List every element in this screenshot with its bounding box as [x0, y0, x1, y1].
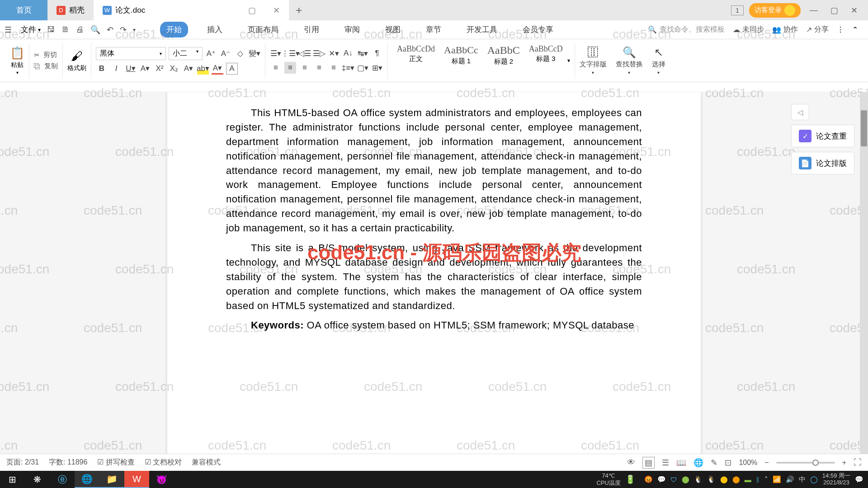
strikethrough-button[interactable]: A▾	[139, 63, 151, 75]
spell-check[interactable]: ☑ 拼写检查	[97, 458, 134, 467]
web-view-icon[interactable]: 🌐	[693, 458, 703, 468]
borders-button[interactable]: ⊞▾	[371, 62, 383, 74]
subscript-button[interactable]: X₂	[168, 63, 180, 75]
menu-tab-review[interactable]: 审阅	[338, 22, 366, 38]
menu-tab-dev[interactable]: 开发工具	[460, 22, 504, 38]
show-marks-button[interactable]: ¶	[371, 47, 383, 59]
char-border-button[interactable]: A	[226, 63, 238, 75]
style-h3[interactable]: AaBbCcD标题 3	[524, 42, 567, 79]
fit-width-icon[interactable]: ⊡	[725, 458, 731, 468]
align-center-button[interactable]: ≡	[284, 62, 296, 74]
coop-button[interactable]: 👥协作	[772, 25, 798, 34]
login-button[interactable]: 访客登录	[749, 3, 801, 18]
doc-proof[interactable]: ☑ 文档校对	[145, 458, 182, 467]
italic-button[interactable]: I	[110, 63, 122, 75]
cut-button[interactable]: ✂剪切	[34, 51, 58, 59]
zoom-level[interactable]: 100%	[739, 459, 757, 467]
align-right-button[interactable]: ≡	[299, 62, 311, 74]
menu-tab-start[interactable]: 开始	[160, 22, 188, 38]
new-icon[interactable]: 🗎	[61, 25, 70, 34]
numbering-button[interactable]: ⋮☰▾	[284, 47, 296, 59]
tab-doke[interactable]: D 稻壳	[47, 0, 94, 20]
zoom-in-button[interactable]: +	[842, 459, 846, 467]
decrease-indent-button[interactable]: ◁☰	[299, 47, 311, 59]
taskbar-wps[interactable]: W	[124, 471, 149, 488]
redo-icon[interactable]: ↷	[120, 25, 127, 35]
vertical-scrollbar[interactable]	[860, 92, 868, 462]
volume-icon[interactable]: 🔊	[786, 475, 794, 483]
more-icon[interactable]: ⋮	[837, 25, 844, 34]
start-button[interactable]: ⊞	[0, 471, 25, 488]
page-indicator[interactable]: 页面: 2/31	[6, 458, 39, 467]
tray-icon-4[interactable]: ⬤	[682, 475, 689, 483]
hamburger-icon[interactable]: ☰	[5, 25, 12, 35]
styles-more-icon[interactable]: ▾	[567, 57, 570, 64]
new-tab-button[interactable]: +	[289, 4, 309, 17]
tabs-button[interactable]: ↹▾	[357, 47, 368, 59]
close-button[interactable]: ✕	[847, 4, 861, 17]
paste-button[interactable]: 📋 粘贴▾	[10, 46, 24, 75]
tab-document[interactable]: W 论文.doc ▢ ✕	[94, 0, 289, 20]
paper-layout-button[interactable]: 📄 论文排版	[791, 152, 854, 174]
preview-icon[interactable]: 🔍	[90, 25, 100, 35]
document-page[interactable]: This HTML5-based OA office system admini…	[167, 92, 701, 462]
sync-status[interactable]: ☁未同步	[733, 25, 764, 34]
paper-check-button[interactable]: ✓ 论文查重	[791, 125, 854, 147]
taskbar-app-2[interactable]: 😈	[149, 471, 174, 488]
font-color-button[interactable]: A▾	[212, 63, 223, 75]
select-button[interactable]: ↖选择▾	[652, 46, 665, 75]
tray-icon-1[interactable]: 😡	[644, 475, 653, 483]
tray-icon-6[interactable]: 🐧	[707, 475, 716, 483]
tab-restore-icon[interactable]: ▢	[248, 5, 256, 15]
tray-icon-5[interactable]: 🐧	[694, 475, 703, 483]
fullscreen-icon[interactable]: ⛶	[854, 458, 862, 467]
menu-tab-view[interactable]: 视图	[379, 22, 407, 38]
read-view-icon[interactable]: 📖	[676, 458, 686, 468]
taskbar-app-1[interactable]: ❋	[25, 471, 50, 488]
sort-button[interactable]: A↓	[342, 47, 354, 59]
outline-view-icon[interactable]: ☰	[662, 458, 669, 468]
tray-icon-3[interactable]: 🛡	[670, 476, 677, 483]
minimize-button[interactable]: —	[806, 4, 821, 17]
taskbar-ie[interactable]: ⓔ	[50, 471, 75, 488]
distribute-button[interactable]: ≡	[328, 62, 340, 74]
command-search[interactable]: 🔍 查找命令、搜索模板	[648, 25, 725, 34]
tray-icon-2[interactable]: 💬	[657, 475, 666, 483]
phonetic-icon[interactable]: 變▾	[249, 47, 260, 59]
undo-icon[interactable]: ↶	[107, 25, 113, 35]
file-menu[interactable]: 文件 ▾	[21, 24, 41, 35]
menu-tab-reference[interactable]: 引用	[297, 22, 326, 38]
text-layout-button[interactable]: ⿲文字排版▾	[580, 46, 607, 75]
increase-indent-button[interactable]: ☰▷	[313, 47, 325, 59]
tab-count-badge[interactable]: 1	[731, 5, 744, 15]
clear-format-icon[interactable]: ◇	[234, 47, 246, 59]
eye-icon[interactable]: 👁	[627, 458, 635, 467]
bold-button[interactable]: B	[96, 63, 108, 75]
text-effect-button[interactable]: A▾	[183, 63, 194, 75]
text-direction-button[interactable]: ✕▾	[328, 47, 340, 59]
notifications-icon[interactable]: 💬	[855, 475, 863, 483]
style-normal[interactable]: AaBbCcDd正文	[392, 42, 439, 79]
scrollbar-thumb[interactable]	[861, 110, 867, 146]
copy-button[interactable]: ⿻复制	[34, 62, 58, 70]
taskbar-browser[interactable]: 🌐	[75, 471, 99, 488]
share-button[interactable]: ↗分享	[806, 25, 829, 34]
tray-icon-9[interactable]: ▬	[745, 476, 751, 483]
zoom-thumb[interactable]	[812, 460, 819, 466]
menu-tab-layout[interactable]: 页面布局	[241, 22, 285, 38]
increase-font-icon[interactable]: A⁺	[205, 47, 217, 59]
word-count[interactable]: 字数: 11896	[49, 458, 87, 467]
font-family-select[interactable]: 黑体▾	[96, 47, 166, 60]
ime-indicator[interactable]: 中	[799, 475, 806, 484]
clock[interactable]: 14:59 周一 2021/8/23	[822, 473, 850, 486]
bluetooth-icon[interactable]: ᛒ	[756, 476, 760, 483]
tray-icon-8[interactable]: ⬤	[732, 475, 740, 483]
side-toggle-button[interactable]: ◁	[791, 104, 809, 120]
tab-close-icon[interactable]: ✕	[273, 5, 280, 15]
shading-button[interactable]: ▢▾	[357, 62, 368, 74]
page-view-icon[interactable]: ▤	[642, 457, 655, 469]
zoom-out-button[interactable]: −	[764, 459, 769, 467]
pen-icon[interactable]: ✎	[711, 458, 717, 468]
collapse-icon[interactable]: ⌃	[852, 25, 858, 34]
font-size-select[interactable]: 小二▾	[169, 47, 203, 60]
